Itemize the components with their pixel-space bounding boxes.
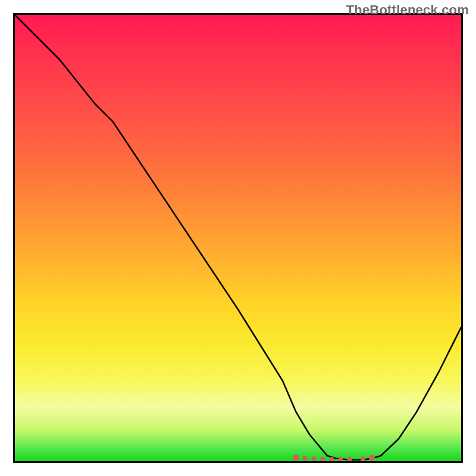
marker-dot [302,456,307,461]
marker-dot [320,457,325,462]
chart-svg [15,15,461,461]
marker-dot [347,457,352,462]
chart-container: TheBottleneck.com [0,0,476,476]
bottleneck-curve [15,15,461,460]
marker-dot [293,455,299,461]
plot-area [13,13,463,463]
marker-dot [369,455,375,461]
marker-dot [361,456,365,461]
marker-dot [329,457,334,462]
marker-dot [311,456,316,461]
marker-dot [338,457,343,462]
watermark-label: TheBottleneck.com [346,2,469,18]
